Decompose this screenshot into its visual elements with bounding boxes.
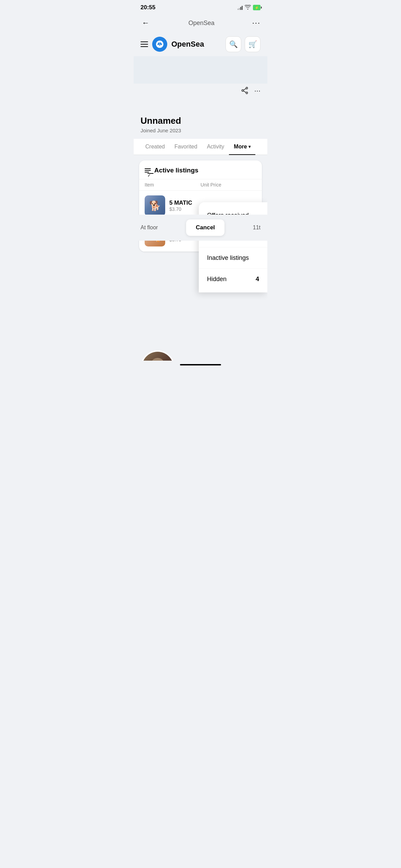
table-header: Item Unit Price xyxy=(139,179,262,191)
wifi-icon xyxy=(245,5,251,11)
listings-header: ✓ Active listings xyxy=(139,160,262,179)
cancel-button[interactable]: Cancel xyxy=(186,219,224,236)
top-nav: ← OpenSea ··· xyxy=(134,14,267,32)
profile-info: Unnamed Joined June 2023 xyxy=(134,97,267,139)
column-price: Unit Price xyxy=(200,182,256,188)
dropdown-hidden[interactable]: Hidden 4 xyxy=(199,269,267,290)
tab-created[interactable]: Created xyxy=(141,139,170,155)
thumb-image-1: 🐕 xyxy=(145,195,165,216)
profile-banner xyxy=(134,56,267,84)
home-indicator xyxy=(134,361,267,367)
header-right: 🔍 🛒 xyxy=(226,36,260,52)
share-button[interactable] xyxy=(241,86,249,97)
hidden-badge: 4 xyxy=(256,276,259,283)
nav-title: OpenSea xyxy=(189,20,215,27)
svg-line-3 xyxy=(243,88,246,90)
header-left: OpenSea xyxy=(141,37,204,52)
battery-icon: ⚡ xyxy=(253,5,260,10)
opensea-logo xyxy=(152,37,167,52)
tab-more[interactable]: More ▾ xyxy=(229,139,255,155)
tabs-row: Created Favorited Activity More ▾ xyxy=(134,139,267,155)
hamburger-menu[interactable] xyxy=(141,41,148,47)
tab-favorited[interactable]: Favorited xyxy=(170,139,202,155)
profile-actions: ··· xyxy=(134,84,267,97)
bottom-action-bar: At floor Cancel 11t xyxy=(134,215,267,241)
listings-title: Active listings xyxy=(154,167,198,174)
column-item: Item xyxy=(145,182,200,188)
profile-name: Unnamed xyxy=(141,116,260,126)
profile-joined: Joined June 2023 xyxy=(141,128,260,133)
status-time: 20:55 xyxy=(141,4,155,11)
back-button[interactable]: ← xyxy=(141,17,151,29)
status-icons: ⚡ xyxy=(238,5,260,11)
listing-thumbnail: 🐕 xyxy=(145,195,165,216)
svg-point-2 xyxy=(246,92,247,94)
brand-name: OpenSea xyxy=(171,40,204,49)
signal-icon xyxy=(238,5,243,10)
profile-more-button[interactable]: ··· xyxy=(254,86,260,97)
cart-button[interactable]: 🛒 xyxy=(245,36,260,52)
chevron-down-icon: ▾ xyxy=(248,144,251,149)
svg-line-4 xyxy=(243,91,246,92)
at-floor-label: At floor xyxy=(141,225,158,231)
search-button[interactable]: 🔍 xyxy=(226,36,241,52)
app-header: OpenSea 🔍 🛒 xyxy=(134,32,267,56)
nav-more-button[interactable]: ··· xyxy=(252,19,260,27)
tab-activity[interactable]: Activity xyxy=(202,139,229,155)
sort-icon[interactable]: ✓ xyxy=(145,168,151,172)
svg-point-0 xyxy=(246,87,247,89)
status-bar: 20:55 ⚡ xyxy=(134,0,267,14)
svg-point-1 xyxy=(242,90,243,92)
home-bar xyxy=(180,364,221,365)
extra-label: 11t xyxy=(253,225,260,231)
dropdown-inactive-listings[interactable]: Inactive listings xyxy=(199,248,267,269)
